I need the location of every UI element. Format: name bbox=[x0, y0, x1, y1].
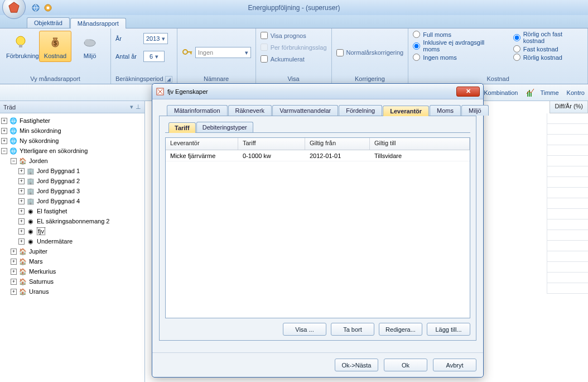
building-red-icon: 🏠 bbox=[18, 257, 27, 266]
grid-row[interactable] bbox=[547, 177, 588, 188]
svg-text:$: $ bbox=[54, 40, 57, 46]
tab-manadsrapport[interactable]: Månadsrapport bbox=[70, 18, 126, 28]
money-bag-icon: $ bbox=[46, 34, 64, 51]
tab-leverantor[interactable]: Leverantör bbox=[383, 106, 429, 116]
tab-moms[interactable]: Moms bbox=[430, 105, 461, 116]
tree-node-saturnus[interactable]: +🏠Saturnus bbox=[1, 276, 143, 286]
antal-ar-combo[interactable]: 6▾ bbox=[143, 51, 165, 62]
tree-node-ny[interactable]: +🌐Ny sökordning bbox=[1, 136, 143, 146]
visa-button[interactable]: Visa ... bbox=[283, 323, 326, 336]
tabort-button[interactable]: Ta bort bbox=[331, 323, 374, 336]
tree-node-jorden[interactable]: −🏠Jorden bbox=[1, 156, 143, 166]
dialog-launcher-icon[interactable]: ◢ bbox=[165, 76, 172, 83]
svg-rect-5 bbox=[19, 45, 22, 47]
tree-node-el[interactable]: +◉El fastighet bbox=[1, 206, 143, 216]
miljo-button[interactable]: Miljö bbox=[74, 31, 106, 62]
column-giltig-till[interactable]: Giltig till bbox=[370, 138, 470, 150]
kontro-button[interactable]: Kontro bbox=[567, 89, 585, 96]
grid-row[interactable] bbox=[547, 124, 588, 135]
tree-node-merkurius[interactable]: +🏠Merkurius bbox=[1, 266, 143, 276]
tree-node-elsak[interactable]: +◉EL säkringsabonnemang 2 bbox=[1, 216, 143, 226]
column-leverantor[interactable]: Leverantör bbox=[166, 138, 238, 150]
dropdown-icon[interactable]: ▾ bbox=[130, 103, 133, 111]
rorlig-fast-radio[interactable]: Rörlig och fast kostnad bbox=[513, 31, 583, 44]
grid-row[interactable] bbox=[547, 241, 588, 251]
tree-node-b1[interactable]: +🏢Jord Byggnad 1 bbox=[1, 166, 143, 176]
laggtill-button[interactable]: Lägg till... bbox=[427, 323, 470, 336]
antal-ar-label: Antal år bbox=[115, 53, 140, 60]
qat-globe-icon[interactable] bbox=[31, 3, 40, 12]
tree-node-ytter[interactable]: −🌐Ytterligare en sökordning bbox=[1, 146, 143, 156]
grid-row[interactable] bbox=[547, 156, 588, 166]
chevron-down-icon: ▾ bbox=[245, 49, 248, 56]
grid-row[interactable] bbox=[547, 209, 588, 219]
ok-button[interactable]: Ok bbox=[384, 359, 427, 371]
tree-node-b2[interactable]: +🏢Jord Byggnad 2 bbox=[1, 176, 143, 186]
tab-matarinformation[interactable]: Mätarinformation bbox=[167, 105, 228, 116]
tree-node-uranus[interactable]: +🏠Uranus bbox=[1, 286, 143, 297]
column-tariff[interactable]: Tariff bbox=[238, 138, 305, 150]
grid-row[interactable] bbox=[547, 145, 588, 156]
tree-node-min[interactable]: +🌐Min sökordning bbox=[1, 126, 143, 136]
grid-row[interactable] bbox=[547, 188, 588, 198]
grid-row[interactable] bbox=[547, 273, 588, 283]
column-diff[interactable]: Diff/År (%) bbox=[550, 101, 588, 113]
fast-radio[interactable]: Fast kostnad bbox=[513, 45, 583, 52]
avbryt-button[interactable]: Avbryt bbox=[433, 359, 476, 371]
grid-row[interactable] bbox=[547, 283, 588, 294]
column-giltig-fran[interactable]: Giltig från bbox=[305, 138, 370, 150]
building-icon: 🏢 bbox=[26, 197, 35, 206]
tree-node-fjv[interactable]: +◉fjv bbox=[1, 226, 143, 236]
rorlig-radio[interactable]: Rörlig kostnad bbox=[513, 54, 583, 61]
meter-icon: ◉ bbox=[26, 227, 35, 236]
tab-varmvattenandelar[interactable]: Varmvattenandelar bbox=[272, 105, 338, 116]
ribbon-group-kostnad: Full moms Inklusive ej avdragsgill moms … bbox=[408, 28, 588, 84]
ribbon-group-vy: Förbrukning $ Kostnad Miljö Vy månadsrap… bbox=[0, 28, 111, 84]
grid-row[interactable] bbox=[547, 198, 588, 209]
full-moms-radio[interactable]: Full moms bbox=[413, 31, 499, 38]
subtab-debiteringstyper[interactable]: Debiteringstyper bbox=[196, 122, 253, 132]
grid-row[interactable] bbox=[547, 113, 588, 124]
tree-node-fastigheter[interactable]: +🌐Fastigheter bbox=[1, 116, 143, 126]
listview-row[interactable]: Micke fjärrvärme 0-1000 kw 2012-01-01 Ti… bbox=[166, 150, 470, 161]
ar-combo[interactable]: 2013▾ bbox=[143, 33, 168, 44]
tab-fordelning[interactable]: Fördelning bbox=[339, 105, 382, 116]
tree-node-under[interactable]: +◉Undermätare bbox=[1, 236, 143, 246]
tree-body[interactable]: +🌐Fastigheter +🌐Min sökordning +🌐Ny söko… bbox=[0, 113, 144, 382]
close-icon: ✕ bbox=[466, 88, 471, 95]
grid-row[interactable] bbox=[547, 166, 588, 177]
ingen-moms-radio[interactable]: Ingen moms bbox=[413, 54, 499, 61]
redigera-button[interactable]: Redigera... bbox=[379, 323, 422, 336]
inkl-moms-radio[interactable]: Inklusive ej avdragsgill moms bbox=[413, 39, 499, 52]
ackumulerat-checkbox[interactable]: Ackumulerat bbox=[261, 55, 305, 63]
pin-icon[interactable]: ⊥ bbox=[136, 103, 141, 111]
qat-help-icon[interactable] bbox=[44, 3, 52, 12]
tab-rakneverk[interactable]: Räkneverk bbox=[228, 105, 272, 116]
tariff-listview[interactable]: Leverantör Tariff Giltig från Giltig til… bbox=[165, 137, 470, 318]
grid-row[interactable] bbox=[547, 135, 588, 145]
grid-row[interactable] bbox=[547, 219, 588, 230]
building-red-icon: 🏠 bbox=[18, 156, 27, 165]
tree-node-jupiter[interactable]: +🏠Jupiter bbox=[1, 246, 143, 256]
tab-objekttrad[interactable]: Objektträd bbox=[27, 17, 70, 28]
tree-node-b3[interactable]: +🏢Jord Byggnad 3 bbox=[1, 186, 143, 196]
forbrukning-button[interactable]: Förbrukning bbox=[4, 31, 37, 62]
namnare-combo[interactable]: Ingen▾ bbox=[195, 47, 251, 58]
subtab-tariff[interactable]: Tariff bbox=[168, 122, 196, 133]
tab-miljo[interactable]: Miljö bbox=[461, 105, 489, 116]
globe-icon: 🌐 bbox=[9, 146, 18, 155]
grid-row[interactable] bbox=[547, 251, 588, 262]
close-button[interactable]: ✕ bbox=[456, 87, 480, 97]
dialog-titlebar[interactable]: fjv Egenskaper ✕ bbox=[152, 84, 483, 99]
tree-node-mars[interactable]: +🏠Mars bbox=[1, 256, 143, 266]
kostnad-button[interactable]: $ Kostnad bbox=[39, 31, 71, 62]
ok-nasta-button[interactable]: Ok->Nästa bbox=[335, 359, 378, 371]
timme-button[interactable]: Timme bbox=[526, 87, 558, 99]
building-red-icon: 🏠 bbox=[18, 277, 27, 286]
normalars-checkbox[interactable]: Normalårskorrigering bbox=[336, 49, 404, 56]
grid-row[interactable] bbox=[547, 262, 588, 273]
per-forbrukning-checkbox[interactable]: Per förbrukningsslag bbox=[261, 44, 327, 51]
visa-prognos-checkbox[interactable]: Visa prognos bbox=[261, 32, 306, 39]
tree-node-b4[interactable]: +🏢Jord Byggnad 4 bbox=[1, 196, 143, 206]
grid-row[interactable] bbox=[547, 230, 588, 241]
